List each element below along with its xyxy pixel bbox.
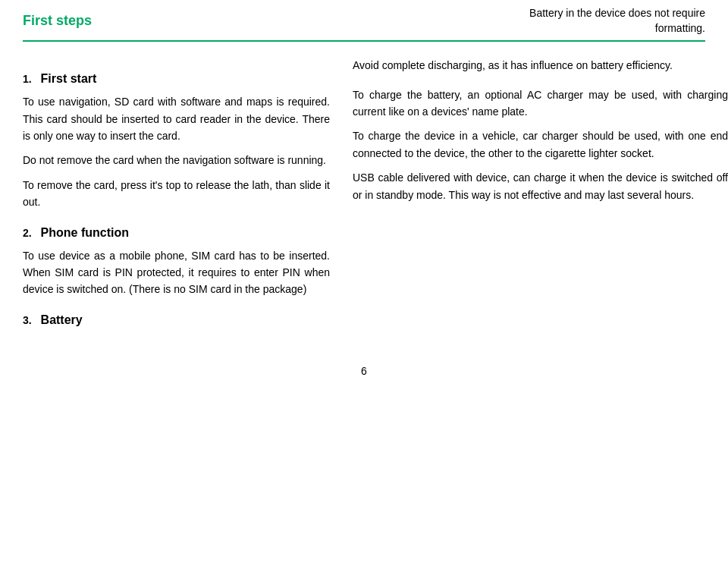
charging-section: To charge the battery, an optional AC ch… (353, 86, 728, 203)
main-content: 1. First start To use navigation, SD car… (0, 42, 728, 350)
formatting-text: formatting. (655, 22, 705, 34)
left-column: 1. First start To use navigation, SD car… (23, 57, 330, 335)
section1-title: First start (41, 72, 97, 85)
section3-heading: 3. Battery (23, 313, 330, 327)
section1-para2: Do not remove the card when the navigati… (23, 152, 330, 168)
header-right-text: Battery in the device does not require f… (529, 6, 705, 36)
section2-heading: 2. Phone function (23, 226, 330, 240)
right-column: Avoid complete discharging, as it has in… (353, 57, 728, 335)
section2-para1: To use device as a mobile phone, SIM car… (23, 247, 330, 298)
page-number: 6 (0, 365, 728, 392)
section2-title: Phone function (41, 226, 129, 239)
usb-para: USB cable delivered with device, can cha… (353, 169, 728, 203)
charger-para2: To charge the device in a vehicle, car c… (353, 127, 728, 162)
section3-title: Battery (41, 313, 83, 326)
battery-intro-text: Battery in the device does not require (529, 7, 705, 19)
section3-number: 3. (23, 314, 32, 326)
header-bar: First steps Battery in the device does n… (0, 0, 728, 40)
section1-number: 1. (23, 73, 32, 85)
avoid-text-container: Avoid complete discharging, as it has in… (353, 57, 728, 74)
page-title: First steps (23, 13, 92, 29)
section3-container: 3. Battery (23, 313, 330, 327)
section1-para1: To use navigation, SD card with software… (23, 93, 330, 144)
section1-para3: To remove the card, press it's top to re… (23, 177, 330, 211)
section2-number: 2. (23, 227, 32, 239)
avoid-text: Avoid complete discharging, as it has in… (353, 57, 728, 74)
section2-container: 2. Phone function To use device as a mob… (23, 226, 330, 298)
section1-heading: 1. First start (23, 72, 330, 86)
charger-para1: To charge the battery, an optional AC ch… (353, 86, 728, 121)
page-container: First steps Battery in the device does n… (0, 0, 728, 588)
